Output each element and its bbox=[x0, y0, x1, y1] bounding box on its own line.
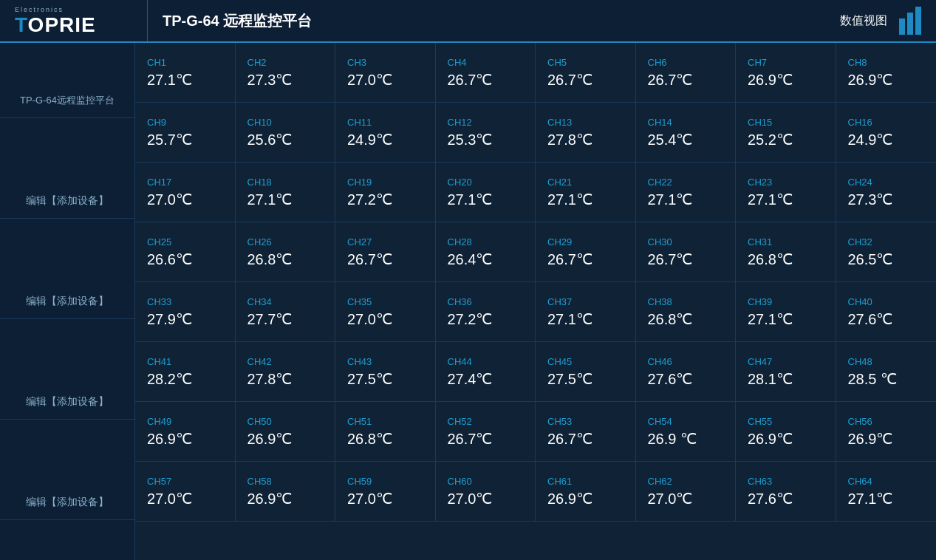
channel-cell-ch3[interactable]: CH327.0℃ bbox=[335, 43, 436, 102]
channel-cell-ch11[interactable]: CH1124.9℃ bbox=[335, 103, 436, 162]
channel-cell-ch10[interactable]: CH1025.6℃ bbox=[236, 103, 336, 162]
channel-cell-ch6[interactable]: CH626.7℃ bbox=[636, 43, 737, 102]
channel-cell-ch51[interactable]: CH5126.8℃ bbox=[335, 402, 436, 461]
channel-cell-ch35[interactable]: CH3527.0℃ bbox=[335, 282, 436, 341]
channel-cell-ch45[interactable]: CH4527.5℃ bbox=[536, 342, 636, 401]
channel-label-ch44: CH44 bbox=[448, 356, 524, 367]
sidebar-item-platform[interactable]: TP-G-64远程监控平台 bbox=[0, 83, 134, 118]
channel-cell-ch50[interactable]: CH5026.9℃ bbox=[236, 402, 336, 461]
channel-cell-ch27[interactable]: CH2726.7℃ bbox=[335, 222, 436, 281]
channel-label-ch47: CH47 bbox=[748, 356, 824, 367]
channel-cell-ch59[interactable]: CH5927.0℃ bbox=[335, 462, 436, 521]
logo-electronics: Electronics bbox=[15, 6, 64, 13]
channel-cell-ch5[interactable]: CH526.7℃ bbox=[536, 43, 636, 102]
channel-cell-ch7[interactable]: CH726.9℃ bbox=[736, 43, 836, 102]
sidebar-item-edit-1[interactable]: 编辑【添加设备】 bbox=[0, 184, 134, 219]
channel-cell-ch54[interactable]: CH5426.9 ℃ bbox=[636, 402, 737, 461]
channel-cell-ch1[interactable]: CH127.1℃ bbox=[135, 43, 236, 102]
channel-cell-ch36[interactable]: CH3627.2℃ bbox=[436, 282, 536, 341]
channel-value-ch59: 27.0℃ bbox=[347, 490, 423, 508]
channel-cell-ch48[interactable]: CH4828.5 ℃ bbox=[836, 342, 937, 401]
channel-cell-ch18[interactable]: CH1827.1℃ bbox=[236, 163, 336, 222]
channel-row-1: CH127.1℃CH227.3℃CH327.0℃CH426.7℃CH526.7℃… bbox=[135, 43, 936, 103]
channel-cell-ch22[interactable]: CH2227.1℃ bbox=[636, 163, 737, 222]
channel-cell-ch61[interactable]: CH6126.9℃ bbox=[536, 462, 636, 521]
channel-label-ch14: CH14 bbox=[648, 117, 724, 128]
channel-cell-ch57[interactable]: CH5727.0℃ bbox=[135, 462, 236, 521]
channel-value-ch30: 26.7℃ bbox=[648, 250, 724, 268]
channel-cell-ch20[interactable]: CH2027.1℃ bbox=[436, 163, 536, 222]
channel-value-ch12: 25.3℃ bbox=[448, 131, 524, 148]
channel-cell-ch4[interactable]: CH426.7℃ bbox=[436, 43, 536, 102]
channel-cell-ch64[interactable]: CH6427.1℃ bbox=[836, 462, 937, 521]
channel-label-ch22: CH22 bbox=[648, 177, 724, 188]
channel-cell-ch13[interactable]: CH1327.8℃ bbox=[536, 103, 636, 162]
channel-cell-ch21[interactable]: CH2127.1℃ bbox=[536, 163, 636, 222]
channel-cell-ch52[interactable]: CH5226.7℃ bbox=[436, 402, 536, 461]
channel-cell-ch40[interactable]: CH4027.6℃ bbox=[836, 282, 937, 341]
channel-cell-ch16[interactable]: CH1624.9℃ bbox=[836, 103, 937, 162]
channel-label-ch11: CH11 bbox=[347, 117, 423, 128]
channel-value-ch11: 24.9℃ bbox=[347, 131, 423, 148]
channel-cell-ch42[interactable]: CH4227.8℃ bbox=[236, 342, 336, 401]
channel-label-ch30: CH30 bbox=[648, 236, 724, 247]
channel-cell-ch55[interactable]: CH5526.9℃ bbox=[736, 402, 836, 461]
channel-cell-ch30[interactable]: CH3026.7℃ bbox=[636, 222, 737, 281]
sidebar-item-platform-label: TP-G-64远程监控平台 bbox=[20, 95, 115, 106]
channel-row-3: CH1727.0℃CH1827.1℃CH1927.2℃CH2027.1℃CH21… bbox=[135, 163, 936, 222]
channel-value-ch24: 27.3℃ bbox=[848, 191, 925, 208]
channel-value-ch31: 26.8℃ bbox=[748, 250, 824, 268]
channel-cell-ch49[interactable]: CH4926.9℃ bbox=[135, 402, 236, 461]
sidebar-item-edit-3[interactable]: 编辑【添加设备】 bbox=[0, 385, 134, 420]
channel-cell-ch58[interactable]: CH5826.9℃ bbox=[236, 462, 336, 521]
channel-label-ch48: CH48 bbox=[848, 356, 925, 367]
channel-cell-ch9[interactable]: CH925.7℃ bbox=[135, 103, 236, 162]
channel-cell-ch23[interactable]: CH2327.1℃ bbox=[736, 163, 836, 222]
view-label[interactable]: 数值视图 bbox=[840, 13, 887, 29]
channel-cell-ch60[interactable]: CH6027.0℃ bbox=[436, 462, 536, 521]
channel-cell-ch37[interactable]: CH3727.1℃ bbox=[536, 282, 636, 341]
channel-cell-ch25[interactable]: CH2526.6℃ bbox=[135, 222, 236, 281]
channel-cell-ch29[interactable]: CH2926.7℃ bbox=[536, 222, 636, 281]
channel-value-ch1: 27.1℃ bbox=[147, 71, 223, 89]
channel-cell-ch46[interactable]: CH4627.6℃ bbox=[636, 342, 737, 401]
header: Electronics TOPRIE TP-G-64 远程监控平台 数值视图 bbox=[0, 0, 936, 43]
channel-cell-ch56[interactable]: CH5626.9℃ bbox=[836, 402, 937, 461]
channel-cell-ch44[interactable]: CH4427.4℃ bbox=[436, 342, 536, 401]
channel-cell-ch38[interactable]: CH3826.8℃ bbox=[636, 282, 737, 341]
channel-cell-ch19[interactable]: CH1927.2℃ bbox=[335, 163, 436, 222]
channel-cell-ch24[interactable]: CH2427.3℃ bbox=[836, 163, 937, 222]
channel-cell-ch34[interactable]: CH3427.7℃ bbox=[236, 282, 336, 341]
channel-cell-ch33[interactable]: CH3327.9℃ bbox=[135, 282, 236, 341]
channel-cell-ch15[interactable]: CH1525.2℃ bbox=[736, 103, 836, 162]
channel-cell-ch43[interactable]: CH4327.5℃ bbox=[335, 342, 436, 401]
channel-cell-ch63[interactable]: CH6327.6℃ bbox=[736, 462, 836, 521]
channel-cell-ch14[interactable]: CH1425.4℃ bbox=[636, 103, 737, 162]
channel-value-ch37: 27.1℃ bbox=[547, 310, 624, 328]
channel-label-ch21: CH21 bbox=[547, 177, 624, 188]
channel-cell-ch39[interactable]: CH3927.1℃ bbox=[736, 282, 836, 341]
channel-cell-ch53[interactable]: CH5326.7℃ bbox=[536, 402, 636, 461]
channel-cell-ch26[interactable]: CH2626.8℃ bbox=[236, 222, 336, 281]
sidebar-item-edit-4[interactable]: 编辑【添加设备】 bbox=[0, 485, 134, 520]
channel-label-ch3: CH3 bbox=[347, 57, 423, 68]
channel-cell-ch8[interactable]: CH826.9℃ bbox=[836, 43, 937, 102]
logo-text: TOPRIE bbox=[15, 15, 96, 35]
channel-cell-ch28[interactable]: CH2826.4℃ bbox=[436, 222, 536, 281]
sidebar-item-edit-2[interactable]: 编辑【添加设备】 bbox=[0, 284, 134, 319]
channel-cell-ch12[interactable]: CH1225.3℃ bbox=[436, 103, 536, 162]
channel-label-ch56: CH56 bbox=[848, 416, 925, 427]
channel-label-ch32: CH32 bbox=[848, 236, 925, 247]
channel-cell-ch2[interactable]: CH227.3℃ bbox=[236, 43, 336, 102]
header-right: 数值视图 bbox=[840, 7, 921, 35]
channel-cell-ch47[interactable]: CH4728.1℃ bbox=[736, 342, 836, 401]
channel-label-ch42: CH42 bbox=[247, 356, 324, 367]
channel-cell-ch41[interactable]: CH4128.2℃ bbox=[135, 342, 236, 401]
bar-3 bbox=[915, 7, 921, 35]
channel-label-ch50: CH50 bbox=[247, 416, 324, 427]
channel-label-ch33: CH33 bbox=[147, 296, 223, 307]
channel-cell-ch17[interactable]: CH1727.0℃ bbox=[135, 163, 236, 222]
channel-cell-ch31[interactable]: CH3126.8℃ bbox=[736, 222, 836, 281]
channel-cell-ch62[interactable]: CH6227.0℃ bbox=[636, 462, 737, 521]
channel-cell-ch32[interactable]: CH3226.5℃ bbox=[836, 222, 937, 281]
